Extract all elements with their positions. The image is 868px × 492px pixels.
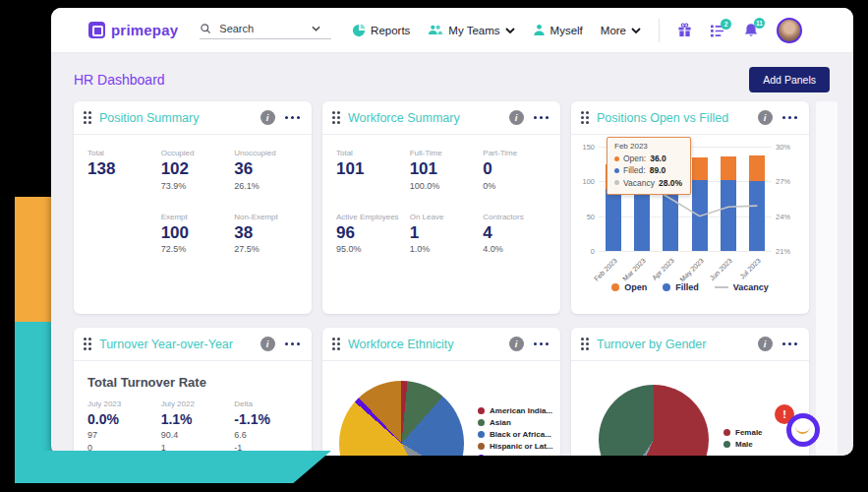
gender-pie-chart[interactable] [599,385,709,456]
stat-on-leave: On Leave11.0% [410,213,484,255]
panel-menu-icon[interactable] [781,340,800,348]
global-search[interactable] [200,22,331,39]
decor-teal-bar [15,451,331,483]
nav-reports-label: Reports [371,25,410,36]
info-icon[interactable]: i [260,110,275,125]
panel-title: Turnover by Gender [597,338,750,351]
panel-menu-icon[interactable] [781,114,800,122]
panel-menu-icon[interactable] [283,114,303,122]
legend-item: Filled [663,282,699,292]
panel-header: Workforce Summary i [322,101,560,135]
chart-tooltip: Feb 2023Open:36.0Filled:89.0Vacancy28.0% [607,137,691,195]
marketing-canvas: primepay Reports [0,0,868,492]
page-title: HR Dashboard [74,72,165,88]
chevron-down-icon [505,28,515,33]
stat-empty [87,213,161,255]
nav-my-teams[interactable]: My Teams [428,24,514,36]
search-input[interactable] [217,22,306,35]
nav-notifications[interactable]: 11 [743,23,759,38]
stat-total: Total101 [336,149,410,191]
panel-header: Workforce Ethnicity i [322,328,560,361]
panel-title: Workforce Ethnicity [348,338,501,351]
panel-open-vs-filled: Positions Open vs Filled i 15010050030%2… [571,101,809,314]
panel-menu-icon[interactable] [532,114,551,122]
turnover-col-jul22: July 20221.1%90.41 [161,400,235,453]
ethnicity-pie-chart[interactable] [339,381,464,456]
stat-total: Total138 [87,149,161,191]
legend-item: Asian [478,418,552,427]
panel-title: Position Summary [99,111,253,125]
reports-pie-icon [352,24,366,37]
stat-unoccupied: Unoccupied3626.1% [234,149,308,191]
panel-title: Positions Open vs Filled [597,111,750,125]
legend-item: Female [723,428,763,437]
stat-non-exempt: Non-Exempt3827.5% [234,213,308,255]
panel-menu-icon[interactable] [283,340,303,348]
gift-icon [677,23,692,37]
app-window: primepay Reports [51,8,853,456]
nav-my-teams-label: My Teams [448,25,499,36]
nav-rewards[interactable] [677,23,692,37]
drag-handle-icon[interactable] [332,338,340,350]
drag-handle-icon[interactable] [84,338,91,350]
info-icon[interactable]: i [260,337,275,351]
tasks-badge: 2 [721,19,731,30]
panel-turnover-yoy: Turnover Year-over-Year i Total Turnover… [74,328,312,456]
info-icon[interactable]: i [509,110,524,125]
stats-grid: Total138 Occupied10273.9% Unoccupied3626… [74,135,312,254]
info-icon[interactable]: i [509,337,524,351]
panel-header: Turnover by Gender i [571,328,809,361]
top-navbar: primepay Reports [51,8,853,53]
panel-title: Workforce Summary [348,111,501,125]
panel-header: Turnover Year-over-Year i [74,328,312,361]
stats-grid: Total101 Full-Time101100.0% Part-Time00%… [322,135,560,254]
decor-orange-block [15,197,52,322]
panel-menu-icon[interactable] [532,340,551,348]
turnover-grid: July 20230.0%970 July 20221.1%90.41 Delt… [74,400,312,453]
legend-item: Open [611,282,647,292]
info-icon[interactable]: i [758,337,773,351]
nav-tasks[interactable]: 2 [710,24,725,37]
drag-handle-icon[interactable] [84,111,91,124]
panel-position-summary: Position Summary i Total138 Occupied1027… [74,101,312,314]
legend-item: Black or Africa... [478,430,552,439]
person-icon [533,24,546,36]
primepay-logo-icon [88,22,105,38]
stat-full-time: Full-Time101100.0% [410,149,484,191]
legend-item: Vacancy [715,282,769,292]
turnover-col-delta: Delta-1.1%6.6-1 [234,400,308,453]
turnover-col-jul23: July 20230.0%970 [87,400,161,453]
nav-myself[interactable]: Myself [533,24,583,36]
ethnicity-legend: American India...AsianBlack or Africa...… [478,406,552,456]
feedback-widget[interactable]: ! [786,413,820,447]
drag-handle-icon[interactable] [581,111,589,124]
search-chevron-down-icon[interactable] [312,26,320,31]
stat-part-time: Part-Time00% [483,149,556,191]
panel-header: Position Summary i [74,101,312,135]
add-panels-button[interactable]: Add Panels [749,67,830,92]
primepay-logo[interactable]: primepay [88,22,178,38]
scrollbar-track[interactable] [816,101,838,456]
panel-workforce-summary: Workforce Summary i Total101 Full-Time10… [322,101,560,314]
people-icon [428,24,443,36]
nav-more[interactable]: More [601,25,641,36]
nav-reports[interactable]: Reports [352,24,410,37]
user-avatar[interactable] [777,18,802,43]
navbar-divider [659,19,660,42]
panel-header: Positions Open vs Filled i [571,101,809,135]
turnover-subtitle: Total Turnover Rate [74,361,312,400]
stat-contractors: Contractors44.0% [483,213,556,255]
stat-occupied: Occupied10273.9% [161,149,235,191]
drag-handle-icon[interactable] [332,111,340,124]
stat-exempt: Exempt10072.5% [161,213,235,255]
navbar-right: Reports My Teams Myself [352,18,802,43]
legend-item: American India... [478,406,552,415]
chevron-down-icon [631,28,641,33]
search-icon [200,23,211,34]
page-header: HR Dashboard Add Panels [51,53,853,102]
primepay-logo-text: primepay [111,22,178,38]
panel-title: Turnover Year-over-Year [99,338,253,351]
drag-handle-icon[interactable] [581,338,589,350]
open-vs-filled-chart[interactable]: 15010050030%27%24%21%Feb 2023Mar 2023Apr… [571,135,809,312]
info-icon[interactable]: i [758,110,773,125]
